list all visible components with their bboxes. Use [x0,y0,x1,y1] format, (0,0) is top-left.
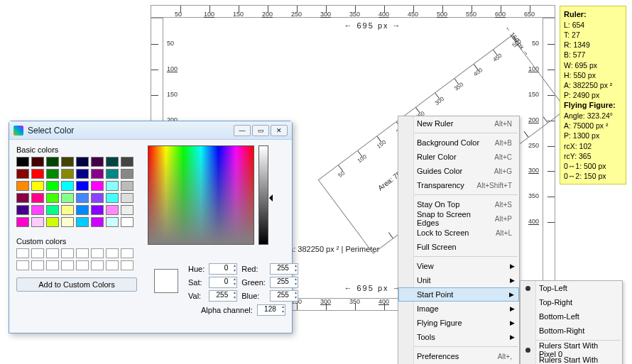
menu-image[interactable]: Image▶ [398,302,519,316]
swatch[interactable] [106,205,119,215]
swatch[interactable] [91,193,104,203]
swatch[interactable] [91,157,104,167]
submenu-start-point[interactable]: Top-LeftTop-RightBottom-LeftBottom-Right… [520,280,623,364]
swatch[interactable] [121,157,134,167]
swatch[interactable] [106,157,119,167]
app-icon [13,126,23,136]
context-menu[interactable]: New RulerAlt+NBackground ColorAlt+BRuler… [398,116,520,364]
swatch[interactable] [46,181,59,191]
menu-ruler-color[interactable]: Ruler ColorAlt+C [398,150,519,164]
swatch[interactable] [46,169,59,179]
color-fields: Hue:0 Red:255 Sat:0 Green:255 Val:255 Bl… [188,263,298,302]
swatch[interactable] [91,205,104,215]
custom-colors-grid[interactable] [16,248,141,270]
hue-field[interactable]: 0 [209,263,237,275]
swatch[interactable] [106,217,119,227]
swatch[interactable] [91,169,104,179]
close-button[interactable]: ✕ [271,125,288,136]
red-field[interactable]: 255 [270,263,298,275]
dialog-titlebar[interactable]: Select Color — ▭ ✕ [9,121,292,140]
menu-preferences[interactable]: PreferencesAlt+, [398,349,519,363]
swatch[interactable] [76,181,89,191]
minimize-button[interactable]: — [234,125,251,136]
menu-new-ruler[interactable]: New RulerAlt+N [398,116,519,131]
menu-tools[interactable]: Tools▶ [398,330,519,344]
swatch[interactable] [121,181,134,191]
swatch[interactable] [16,193,29,203]
menu-unit[interactable]: Unit▶ [398,273,519,287]
swatch[interactable] [61,169,74,179]
basic-colors-grid[interactable] [16,157,141,227]
submenu-top-left[interactable]: Top-Left [521,281,622,295]
menu-transparency[interactable]: TransparencyAlt+Shift+T [398,178,519,192]
swatch[interactable] [46,205,59,215]
swatch[interactable] [16,205,29,215]
submenu-rulers-start-with-pixel-1[interactable]: Rulers Start With Pixel 1 [521,357,622,364]
swatch[interactable] [61,217,74,227]
swatch[interactable] [31,169,44,179]
blue-field[interactable]: 255 [270,290,298,302]
submenu-rulers-start-with-pixel-0[interactable]: Rulers Start With Pixel 0 [521,343,622,357]
submenu-bottom-left[interactable]: Bottom-Left [521,309,622,324]
ruler-width-top: ← 695 px → [337,21,408,30]
maximize-button[interactable]: ▭ [252,125,269,136]
color-preview [154,269,178,293]
custom-swatch[interactable] [16,248,29,258]
swatch[interactable] [31,205,44,215]
menu-flying-figure[interactable]: Flying Figure▶ [398,316,519,330]
menu-background-color[interactable]: Background ColorAlt+B [398,136,519,150]
info-h1: Ruler: [564,10,587,18]
swatch[interactable] [46,217,59,227]
swatch[interactable] [16,181,29,191]
swatch[interactable] [31,157,44,167]
swatch[interactable] [106,193,119,203]
swatch[interactable] [61,193,74,203]
swatch[interactable] [61,205,74,215]
select-color-dialog[interactable]: Select Color — ▭ ✕ Basic colors Custom c… [9,121,293,333]
ruler-right[interactable]: 50100150200250300350400 [543,18,555,298]
value-strip[interactable] [258,145,268,245]
swatch[interactable] [46,193,59,203]
menu-guides-color[interactable]: Guides ColorAlt+G [398,164,519,178]
sat-field[interactable]: 0 [209,277,237,288]
swatch[interactable] [106,169,119,179]
swatch[interactable] [31,181,44,191]
menu-lock-to-screen[interactable]: Lock to ScreenAlt+L [398,226,519,240]
swatch[interactable] [61,181,74,191]
menu-view[interactable]: View▶ [398,259,519,273]
color-gradient[interactable] [148,145,254,245]
swatch[interactable] [91,217,104,227]
swatch[interactable] [76,169,89,179]
swatch[interactable] [76,217,89,227]
dialog-title: Select Color [28,126,232,136]
alpha-label: Alpha channel: [201,306,253,314]
swatch[interactable] [76,205,89,215]
swatch[interactable] [16,217,29,227]
val-field[interactable]: 255 [209,290,237,302]
swatch[interactable] [91,181,104,191]
swatch[interactable] [61,157,74,167]
swatch[interactable] [46,157,59,167]
swatch[interactable] [121,217,134,227]
ruler-top[interactable]: 50100150200250300350400450500550600650 [151,5,555,18]
swatch[interactable] [106,181,119,191]
swatch[interactable] [16,169,29,179]
alpha-field[interactable]: 128 [257,304,285,316]
swatch[interactable] [16,157,29,167]
swatch[interactable] [31,193,44,203]
swatch[interactable] [121,169,134,179]
submenu-bottom-right[interactable]: Bottom-Right [521,324,622,338]
basic-colors-label: Basic colors [16,145,141,154]
menu-start-point[interactable]: Start Point▶ [398,287,519,302]
menu-stay-on-top[interactable]: Stay On TopAlt+S [398,197,519,211]
menu-snap-to-screen-edges[interactable]: Snap to Screen EdgesAlt+P [398,211,519,226]
swatch[interactable] [121,205,134,215]
swatch[interactable] [121,193,134,203]
swatch[interactable] [31,217,44,227]
green-field[interactable]: 255 [270,277,298,288]
menu-full-screen[interactable]: Full Screen [398,240,519,254]
swatch[interactable] [76,157,89,167]
submenu-top-right[interactable]: Top-Right [521,295,622,309]
add-custom-button[interactable]: Add to Custom Colors [16,277,137,292]
swatch[interactable] [76,193,89,203]
